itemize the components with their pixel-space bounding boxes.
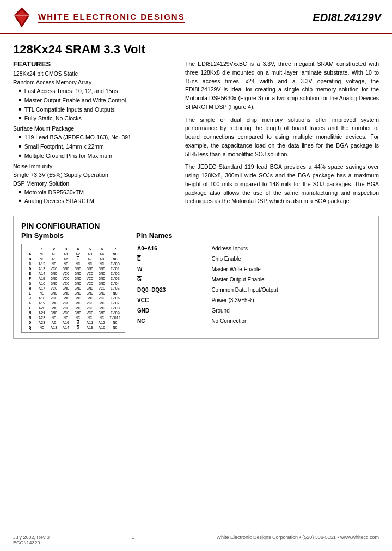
table-row: DQ0–DQ23 Common Data Input/Output — [137, 285, 370, 295]
table-row: OA23A9A10WA11A12NC — [24, 320, 122, 325]
pin-key: VCC — [137, 296, 210, 305]
col-header-4: 4 — [72, 247, 84, 252]
list-item: Multiple Ground Pins for Maximum — [19, 151, 176, 161]
col-header-7: 7 — [108, 247, 122, 252]
pin-desc: Ground — [211, 306, 370, 315]
table-row: NA23NCNCNCNCNCI/O11 — [24, 315, 122, 320]
smt-bullets: 119 Lead BGA (JEDEC MO-163), No. 391 Sma… — [13, 133, 176, 160]
table-row: QNCA13A14GA15A16NC — [24, 325, 122, 330]
table-row: GND Ground — [137, 306, 370, 315]
table-row: G Master Output Enable — [137, 275, 370, 284]
table-row: ANCA0A1A2A3A4NC — [24, 252, 122, 256]
two-column-layout: FEATURES 128Kx24 bit CMOS Static Random … — [13, 60, 379, 210]
pin-desc: Power (3.3V±5%) — [211, 296, 370, 305]
footer-page-number: 1 — [132, 535, 134, 546]
table-row: NC No Connection — [137, 316, 370, 326]
footer: July 2002, Rev 3ECO#14320 1 White Electr… — [0, 532, 392, 546]
description-column: The EDI8L24129VxxBC is a 3.3V, three meg… — [185, 60, 379, 210]
pin-grid-table: 1 2 3 4 5 6 7 ANCA0A1A2A3A4NC BNCA5 — [24, 247, 122, 330]
part-number: EDI8L24129V — [313, 11, 381, 24]
pin-key: DQ0–DQ23 — [137, 285, 210, 295]
table-row: VCC Power (3.3V±5%) — [137, 296, 370, 305]
table-row: LA20GNDVCCGNDVCCGNDI/O8 — [24, 305, 122, 310]
pin-key: NC — [137, 316, 210, 326]
pin-config-section: PIN CONFIGURATION Pin Symbols 1 2 3 4 — [13, 216, 379, 339]
feature-category-smt: Surface Mount Package — [13, 125, 176, 132]
table-row: GA16GNDVCCGNDVCCGNDI/O4 — [24, 281, 122, 286]
table-row: CA12NCNCNCNCNCI/O0 — [24, 261, 122, 266]
footer-left: July 2002, Rev 3ECO#14320 — [13, 535, 50, 546]
description-para-1: The EDI8L24129VxxBC is a 3.3V, three meg… — [185, 60, 379, 112]
table-row: HA17VCCGNDGNDGNDVCCI/O5 — [24, 286, 122, 291]
description-para-2: The single or dual chip memory solutions… — [185, 116, 379, 159]
table-row: E Chip Enable — [137, 254, 370, 264]
pin-names-section: Pin Names A0–A16 Address Inputs E Chip E… — [136, 231, 371, 333]
pin-config-title: PIN CONFIGURATION — [21, 222, 371, 230]
pin-names-table: A0–A16 Address Inputs E Chip Enable W Ma… — [136, 243, 371, 327]
pin-desc: Address Inputs — [211, 244, 370, 253]
feature-dsp: DSP Memory Solution — [13, 180, 176, 187]
pin-desc: Chip Enable — [211, 254, 370, 264]
company-name: White Electronic Designs — [38, 12, 185, 23]
header: White Electronic Designs EDI8L24129V — [0, 0, 392, 34]
pin-desc: No Connection — [211, 316, 370, 326]
list-item: Small Footprint, 14mm x 22mm — [19, 142, 176, 151]
features-title: FEATURES — [13, 60, 176, 68]
pin-key: W — [137, 265, 210, 274]
table-row: W Master Write Enable — [137, 265, 370, 274]
pin-desc: Master Write Enable — [211, 265, 370, 274]
table-row: MA21GNDVCCGNDVCCGNDI/O9 — [24, 310, 122, 315]
pin-names-title: Pin Names — [136, 231, 371, 240]
feature-supply: Single +3.3V (±5%) Supply Operation — [13, 172, 176, 178]
ram-bullets: Fast Access Times: 10, 12, and 15ns Mast… — [13, 87, 176, 123]
table-row: JA18VCCGNDGNDGNDVCCI/O6 — [24, 296, 122, 301]
list-item: Motorola DSP5630xTM — [19, 188, 176, 197]
features-column: FEATURES 128Kx24 bit CMOS Static Random … — [13, 60, 176, 210]
list-item: Master Output Enable and Write Control — [19, 96, 176, 105]
table-row: BNCA5A6EA7A8NC — [24, 256, 122, 261]
list-item: Fast Access Times: 10, 12, and 15ns — [19, 87, 176, 96]
table-header-row: 1 2 3 4 5 6 7 — [24, 247, 122, 252]
features-intro: 128Kx24 bit CMOS Static — [13, 70, 176, 77]
header-left: White Electronic Designs — [11, 7, 185, 28]
col-header-2: 2 — [48, 247, 60, 252]
table-row: EA14GNDVCCGNDVCCGNDI/O2 — [24, 271, 122, 276]
logo-icon — [11, 7, 33, 28]
col-header-1: 1 — [36, 247, 48, 252]
dsp-bullets: Motorola DSP5630xTM Analog Devices SHARC… — [13, 188, 176, 206]
pin-desc: Master Output Enable — [211, 275, 370, 284]
table-row: KA19GNDVCCGNDVCCGNDI/O7 — [24, 301, 122, 305]
feature-noise: Noise Immunity — [13, 163, 176, 169]
pin-key: GND — [137, 306, 210, 315]
page-title: 128Kx24 SRAM 3.3 Volt — [13, 42, 379, 57]
col-header-blank — [24, 247, 36, 252]
pin-symbols-subtitle: Pin Symbols — [21, 231, 125, 240]
col-header-6: 6 — [96, 247, 108, 252]
pin-table-container: 1 2 3 4 5 6 7 ANCA0A1A2A3A4NC BNCA5 — [21, 244, 125, 333]
pin-config-inner: Pin Symbols 1 2 3 4 5 6 — [21, 231, 371, 333]
description-para-3: The JEDEC Standard 119 lead BGA provides… — [185, 163, 379, 206]
pin-desc: Common Data Input/Output — [211, 285, 370, 295]
col-header-3: 3 — [60, 247, 72, 252]
table-row: INSGNDGNDGNDGNDGNDNC — [24, 291, 122, 296]
feature-category-ram: Random Access Memory Array — [13, 79, 176, 85]
table-row: A0–A16 Address Inputs — [137, 244, 370, 253]
list-item: 119 Lead BGA (JEDEC MO-163), No. 391 — [19, 133, 176, 142]
main-content: 128Kx24 SRAM 3.3 Volt FEATURES 128Kx24 b… — [0, 38, 392, 348]
list-item: TTL Compatible Inputs and Outputs — [19, 105, 176, 114]
table-row: DA13VCCGNDGNDGNDGNDI/O1 — [24, 266, 122, 271]
list-item: Fully Static, No Clocks — [19, 114, 176, 123]
pin-key: E — [137, 254, 210, 264]
list-item: Analog Devices SHARCTM — [19, 197, 176, 206]
table-row: FA15GNDVCCGNDVCCGNDI/O3 — [24, 276, 122, 281]
footer-right: White Electronic Designs Corporation • (… — [217, 535, 379, 546]
col-header-5: 5 — [84, 247, 96, 252]
pin-table-wrapper: Pin Symbols 1 2 3 4 5 6 — [21, 231, 125, 333]
pin-key: G — [137, 275, 210, 284]
pin-key: A0–A16 — [137, 244, 210, 253]
